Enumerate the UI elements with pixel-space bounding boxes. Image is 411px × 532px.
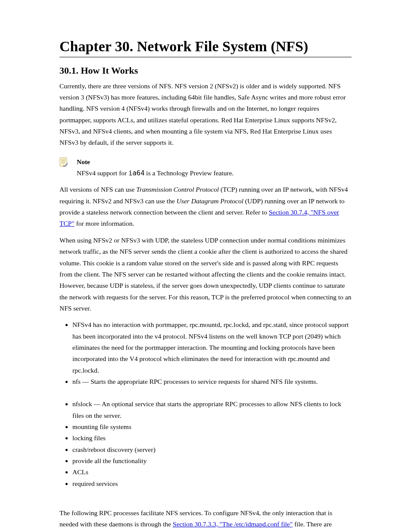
note-block: Note NFSv4 support for ia64 is a Technol…	[59, 156, 352, 179]
section-heading: 30.1. How It Works	[59, 65, 352, 76]
list-item: NFSv4 has no interaction with portmapper…	[72, 319, 352, 376]
udp-paragraph: When using NFSv2 or NFSv3 with UDP, the …	[59, 235, 352, 314]
note-code: ia64	[128, 169, 144, 177]
document-page: Chapter 30. Network File System (NFS) 30…	[0, 0, 411, 532]
followup-paragraph: The following RPC processes facilitate N…	[59, 507, 352, 532]
list-item: ACLs	[72, 467, 352, 478]
list-item: mounting file systems	[72, 421, 352, 432]
idmapd-conf-link[interactable]: Section 30.7.3.3, "The /etc/idmapd.conf …	[173, 520, 293, 528]
overview-paragraph: Currently, there are three versions of N…	[59, 81, 352, 149]
note-label: Note	[77, 158, 90, 165]
list-item: provide all the functionality	[72, 455, 352, 467]
note-text: NFSv4 support for ia64 is a Technology P…	[77, 168, 234, 179]
note-body: Note NFSv4 support for ia64 is a Technol…	[77, 156, 234, 179]
list-item: crash/reboot discovery (server)	[72, 444, 352, 455]
list-item: required services	[72, 478, 352, 489]
note-icon	[59, 157, 69, 167]
bullet-list: NFSv4 has no interaction with portmapper…	[59, 319, 352, 489]
heading-rule	[59, 57, 352, 57]
list-item: nfs — Starts the appropriate RPC process…	[72, 376, 352, 387]
chapter-number: Chapter 30. Network File System (NFS)	[59, 39, 352, 54]
list-item: locking files	[72, 432, 352, 444]
list-item: nfslock — An optional service that start…	[72, 398, 352, 421]
protocol-paragraph: All versions of NFS can use Transmission…	[59, 184, 352, 229]
